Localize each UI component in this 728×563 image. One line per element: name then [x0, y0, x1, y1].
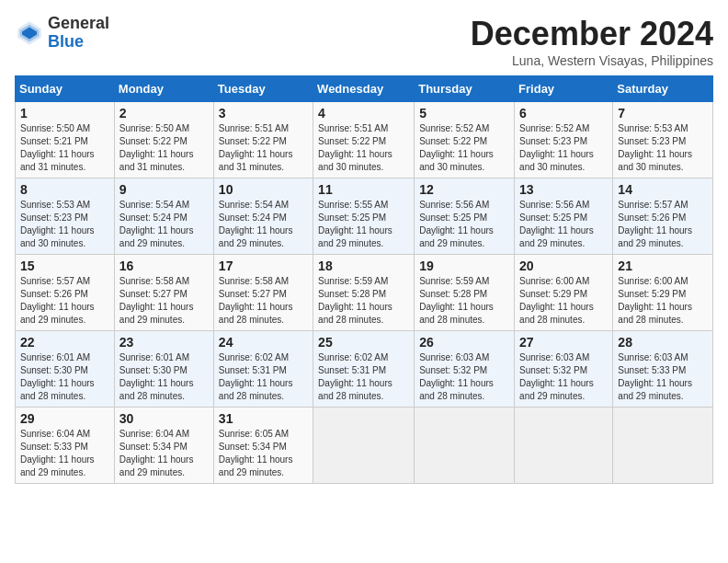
day-detail: Sunrise: 6:01 AMSunset: 5:30 PMDaylight:… [20, 352, 95, 401]
calendar-week-row: 22 Sunrise: 6:01 AMSunset: 5:30 PMDaylig… [16, 331, 713, 408]
calendar-cell: 22 Sunrise: 6:01 AMSunset: 5:30 PMDaylig… [16, 331, 115, 408]
calendar-cell: 13 Sunrise: 5:56 AMSunset: 5:25 PMDaylig… [515, 178, 613, 255]
weekday-header-row: SundayMondayTuesdayWednesdayThursdayFrid… [16, 76, 713, 102]
calendar-cell: 19 Sunrise: 5:59 AMSunset: 5:28 PMDaylig… [415, 255, 515, 331]
day-number: 20 [519, 259, 608, 273]
weekday-header-friday: Friday [515, 76, 613, 102]
day-number: 25 [318, 335, 409, 350]
day-detail: Sunrise: 5:54 AMSunset: 5:24 PMDaylight:… [219, 200, 293, 248]
calendar-cell: 18 Sunrise: 5:59 AMSunset: 5:28 PMDaylig… [313, 255, 415, 331]
day-detail: Sunrise: 6:03 AMSunset: 5:33 PMDaylight:… [618, 352, 692, 401]
day-number: 28 [618, 335, 708, 350]
weekday-header-tuesday: Tuesday [213, 76, 313, 102]
day-number: 10 [219, 182, 308, 197]
day-detail: Sunrise: 6:03 AMSunset: 5:32 PMDaylight:… [519, 352, 594, 401]
day-number: 17 [219, 259, 308, 273]
calendar-cell: 5 Sunrise: 5:52 AMSunset: 5:22 PMDayligh… [415, 102, 515, 178]
calendar-cell: 3 Sunrise: 5:51 AMSunset: 5:22 PMDayligh… [213, 102, 313, 178]
day-number: 16 [119, 259, 209, 273]
calendar-cell: 23 Sunrise: 6:01 AMSunset: 5:30 PMDaylig… [114, 331, 213, 408]
day-detail: Sunrise: 5:51 AMSunset: 5:22 PMDaylight:… [219, 123, 293, 172]
day-number: 3 [219, 106, 308, 121]
day-number: 13 [519, 182, 608, 197]
calendar-table: SundayMondayTuesdayWednesdayThursdayFrid… [15, 75, 713, 484]
day-detail: Sunrise: 5:54 AMSunset: 5:24 PMDaylight:… [119, 200, 194, 248]
logo-icon [15, 18, 44, 48]
day-number: 19 [419, 259, 509, 273]
day-detail: Sunrise: 5:53 AMSunset: 5:23 PMDaylight:… [618, 123, 692, 172]
calendar-cell: 17 Sunrise: 5:58 AMSunset: 5:27 PMDaylig… [213, 255, 313, 331]
day-detail: Sunrise: 5:50 AMSunset: 5:21 PMDaylight:… [20, 123, 95, 172]
day-detail: Sunrise: 5:56 AMSunset: 5:25 PMDaylight:… [419, 200, 494, 248]
day-number: 26 [419, 335, 509, 350]
logo: General Blue [15, 15, 109, 52]
day-detail: Sunrise: 5:59 AMSunset: 5:28 PMDaylight:… [419, 276, 494, 325]
day-detail: Sunrise: 5:59 AMSunset: 5:28 PMDaylight:… [318, 276, 392, 325]
day-detail: Sunrise: 6:04 AMSunset: 5:33 PMDaylight:… [20, 429, 95, 477]
logo-general: General [48, 14, 109, 32]
calendar-cell: 20 Sunrise: 6:00 AMSunset: 5:29 PMDaylig… [515, 255, 613, 331]
day-detail: Sunrise: 6:00 AMSunset: 5:29 PMDaylight:… [519, 276, 594, 325]
calendar-cell [515, 408, 613, 484]
weekday-header-sunday: Sunday [16, 76, 115, 102]
day-number: 21 [618, 259, 708, 273]
calendar-cell: 2 Sunrise: 5:50 AMSunset: 5:22 PMDayligh… [114, 102, 213, 178]
day-detail: Sunrise: 6:05 AMSunset: 5:34 PMDaylight:… [219, 429, 293, 477]
day-number: 30 [119, 411, 209, 426]
day-detail: Sunrise: 5:58 AMSunset: 5:27 PMDaylight:… [119, 276, 194, 325]
calendar-cell [415, 408, 515, 484]
calendar-cell: 8 Sunrise: 5:53 AMSunset: 5:23 PMDayligh… [16, 178, 115, 255]
logo-text: General Blue [48, 15, 109, 52]
day-detail: Sunrise: 5:52 AMSunset: 5:22 PMDaylight:… [419, 123, 494, 172]
weekday-header-saturday: Saturday [613, 76, 713, 102]
calendar-cell: 16 Sunrise: 5:58 AMSunset: 5:27 PMDaylig… [114, 255, 213, 331]
weekday-header-monday: Monday [114, 76, 213, 102]
day-number: 24 [219, 335, 308, 350]
page-header: General Blue December 2024 Luna, Western… [15, 15, 713, 68]
day-detail: Sunrise: 5:52 AMSunset: 5:23 PMDaylight:… [519, 123, 594, 172]
day-number: 1 [20, 106, 109, 121]
calendar-cell: 30 Sunrise: 6:04 AMSunset: 5:34 PMDaylig… [114, 408, 213, 484]
day-number: 8 [20, 182, 109, 197]
calendar-cell [613, 408, 713, 484]
day-detail: Sunrise: 6:04 AMSunset: 5:34 PMDaylight:… [119, 429, 194, 477]
calendar-cell: 6 Sunrise: 5:52 AMSunset: 5:23 PMDayligh… [515, 102, 613, 178]
calendar-cell: 27 Sunrise: 6:03 AMSunset: 5:32 PMDaylig… [515, 331, 613, 408]
calendar-cell: 9 Sunrise: 5:54 AMSunset: 5:24 PMDayligh… [114, 178, 213, 255]
calendar-cell: 28 Sunrise: 6:03 AMSunset: 5:33 PMDaylig… [613, 331, 713, 408]
calendar-cell: 1 Sunrise: 5:50 AMSunset: 5:21 PMDayligh… [16, 102, 115, 178]
calendar-cell: 29 Sunrise: 6:04 AMSunset: 5:33 PMDaylig… [16, 408, 115, 484]
day-number: 2 [119, 106, 209, 121]
calendar-cell: 7 Sunrise: 5:53 AMSunset: 5:23 PMDayligh… [613, 102, 713, 178]
calendar-week-row: 1 Sunrise: 5:50 AMSunset: 5:21 PMDayligh… [16, 102, 713, 178]
day-detail: Sunrise: 5:53 AMSunset: 5:23 PMDaylight:… [20, 200, 95, 248]
day-number: 14 [618, 182, 708, 197]
calendar-cell: 24 Sunrise: 6:02 AMSunset: 5:31 PMDaylig… [213, 331, 313, 408]
day-number: 29 [20, 411, 109, 426]
calendar-cell: 25 Sunrise: 6:02 AMSunset: 5:31 PMDaylig… [313, 331, 415, 408]
day-detail: Sunrise: 6:02 AMSunset: 5:31 PMDaylight:… [318, 352, 392, 401]
day-detail: Sunrise: 5:58 AMSunset: 5:27 PMDaylight:… [219, 276, 293, 325]
day-number: 31 [219, 411, 308, 426]
calendar-cell: 15 Sunrise: 5:57 AMSunset: 5:26 PMDaylig… [16, 255, 115, 331]
day-number: 11 [318, 182, 409, 197]
day-detail: Sunrise: 5:57 AMSunset: 5:26 PMDaylight:… [20, 276, 95, 325]
day-detail: Sunrise: 5:50 AMSunset: 5:22 PMDaylight:… [119, 123, 194, 172]
calendar-week-row: 15 Sunrise: 5:57 AMSunset: 5:26 PMDaylig… [16, 255, 713, 331]
day-number: 18 [318, 259, 409, 273]
day-number: 7 [618, 106, 708, 121]
calendar-cell: 4 Sunrise: 5:51 AMSunset: 5:22 PMDayligh… [313, 102, 415, 178]
day-detail: Sunrise: 6:02 AMSunset: 5:31 PMDaylight:… [219, 352, 293, 401]
calendar-cell: 12 Sunrise: 5:56 AMSunset: 5:25 PMDaylig… [415, 178, 515, 255]
calendar-week-row: 8 Sunrise: 5:53 AMSunset: 5:23 PMDayligh… [16, 178, 713, 255]
calendar-week-row: 29 Sunrise: 6:04 AMSunset: 5:33 PMDaylig… [16, 408, 713, 484]
day-detail: Sunrise: 5:56 AMSunset: 5:25 PMDaylight:… [519, 200, 594, 248]
calendar-cell: 26 Sunrise: 6:03 AMSunset: 5:32 PMDaylig… [415, 331, 515, 408]
calendar-cell: 14 Sunrise: 5:57 AMSunset: 5:26 PMDaylig… [613, 178, 713, 255]
day-detail: Sunrise: 5:51 AMSunset: 5:22 PMDaylight:… [318, 123, 392, 172]
calendar-cell: 21 Sunrise: 6:00 AMSunset: 5:29 PMDaylig… [613, 255, 713, 331]
day-detail: Sunrise: 6:01 AMSunset: 5:30 PMDaylight:… [119, 352, 194, 401]
day-detail: Sunrise: 6:00 AMSunset: 5:29 PMDaylight:… [618, 276, 692, 325]
day-detail: Sunrise: 5:57 AMSunset: 5:26 PMDaylight:… [618, 200, 692, 248]
day-number: 4 [318, 106, 409, 121]
